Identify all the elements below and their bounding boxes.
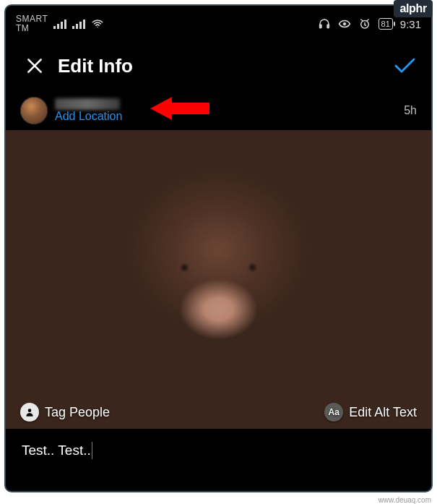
- caption-text: Test.. Test..: [22, 443, 91, 458]
- battery-indicator: 81: [378, 18, 393, 30]
- confirm-button[interactable]: [392, 54, 417, 78]
- post-image[interactable]: Tag People Aa Edit Alt Text: [6, 130, 431, 429]
- svg-point-5: [28, 409, 32, 412]
- edit-alt-text-label: Edit Alt Text: [349, 405, 417, 420]
- image-overlay-row: Tag People Aa Edit Alt Text: [6, 403, 431, 422]
- headphones-icon: [318, 17, 331, 30]
- signal-icon: [53, 19, 66, 29]
- person-icon: [20, 403, 39, 422]
- post-meta: Add Location: [55, 98, 122, 123]
- check-icon: [392, 54, 417, 78]
- caption-input[interactable]: Test.. Test..: [6, 429, 431, 472]
- battery-level: 81: [381, 20, 390, 28]
- post-header: Add Location 5h: [6, 91, 431, 130]
- username-redacted: [55, 98, 120, 110]
- clock: 9:31: [400, 18, 421, 30]
- alt-icon-label: Aa: [329, 407, 339, 417]
- wifi-icon: [91, 17, 104, 30]
- status-left: SMART TM: [16, 14, 104, 33]
- svg-rect-0: [319, 25, 321, 28]
- close-button[interactable]: [25, 56, 45, 76]
- carrier-label: SMART TM: [16, 14, 48, 33]
- status-bar: SMART TM 81 9:31: [6, 6, 431, 40]
- avatar[interactable]: [20, 97, 48, 124]
- add-location-link[interactable]: Add Location: [55, 110, 122, 123]
- signal-icon: [72, 19, 85, 29]
- tag-people-button[interactable]: Tag People: [20, 403, 110, 422]
- status-right: 81 9:31: [318, 17, 421, 30]
- annotation-arrow: [150, 94, 209, 123]
- close-icon: [25, 56, 44, 75]
- carrier-line2: TM: [16, 24, 48, 33]
- phone-frame: SMART TM 81 9:31: [4, 4, 433, 492]
- post-timestamp: 5h: [404, 104, 417, 117]
- text-cursor: [92, 442, 93, 459]
- edit-alt-text-button[interactable]: Aa Edit Alt Text: [324, 403, 417, 422]
- eye-icon: [338, 17, 351, 30]
- alt-text-icon: Aa: [324, 403, 343, 422]
- brand-watermark: alphr: [394, 0, 433, 17]
- url-watermark: www.deuaq.com: [378, 496, 431, 504]
- tag-people-label: Tag People: [45, 405, 110, 420]
- svg-rect-1: [326, 25, 329, 28]
- alarm-icon: [358, 17, 371, 30]
- svg-point-2: [343, 22, 346, 25]
- page-title: Edit Info: [58, 55, 379, 77]
- svg-marker-4: [150, 97, 209, 120]
- header-bar: Edit Info: [6, 40, 431, 91]
